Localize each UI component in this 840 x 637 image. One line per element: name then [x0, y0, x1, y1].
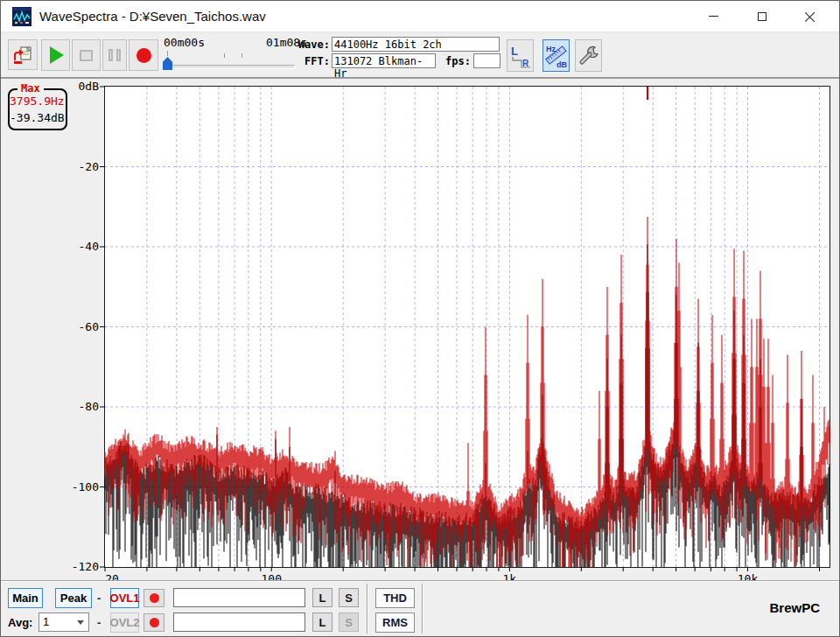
fft-label: FFT:	[297, 55, 330, 67]
record-icon	[136, 48, 151, 63]
close-button[interactable]	[786, 1, 834, 32]
max-level-value: -39.34dB	[10, 111, 62, 124]
fps-label: fps:	[441, 55, 471, 67]
fft-info-field: 131072 Blkman-Hr	[332, 53, 436, 68]
main-toggle-button[interactable]: Main	[8, 588, 43, 608]
y-axis-label: -20	[4, 160, 99, 173]
brand-label: BrewPC	[769, 600, 820, 615]
y-axis-label: 0dB	[4, 80, 99, 93]
app-icon	[12, 7, 32, 26]
rms-button[interactable]: RMS	[375, 612, 415, 633]
avg-label: Avg:	[8, 616, 32, 629]
maximize-icon	[758, 12, 766, 21]
pause-button[interactable]	[102, 39, 127, 71]
spectrum-panel: Max 3795.9Hz -39.34dB 0dB-20-40-60-80-10…	[1, 78, 839, 580]
pause-icon	[108, 49, 121, 61]
ovl1-record-button[interactable]	[144, 589, 164, 607]
close-icon	[805, 11, 816, 22]
thd-button[interactable]: THD	[375, 588, 415, 608]
avg-select[interactable]: 1	[38, 612, 89, 632]
fps-field[interactable]	[473, 53, 500, 68]
wave-info-field: 44100Hz 16bit 2ch	[332, 37, 500, 52]
y-axis-label: -60	[4, 320, 99, 333]
stop-button[interactable]	[72, 39, 101, 71]
avg-value: 1	[43, 615, 49, 628]
svg-text:L: L	[511, 45, 518, 58]
wrench-icon	[578, 44, 600, 68]
ovl1-load-button[interactable]: L	[312, 588, 332, 607]
svg-text:dB: dB	[556, 60, 567, 69]
open-file-button[interactable]	[8, 39, 38, 70]
ovl1-save-button[interactable]: S	[339, 588, 359, 607]
slider-tick	[242, 53, 242, 58]
ovl2-record-button[interactable]	[144, 613, 164, 632]
minimize-button[interactable]	[690, 1, 738, 32]
record-button[interactable]	[129, 39, 158, 71]
y-axis-label: -120	[4, 560, 99, 573]
y-axis-label: -40	[4, 240, 99, 253]
svg-text:R: R	[522, 59, 529, 68]
stop-icon	[80, 50, 93, 61]
ovl2-load-button[interactable]: L	[312, 612, 332, 632]
panel-divider	[422, 584, 424, 634]
dash-separator: -	[97, 616, 101, 629]
spectrum-canvas	[105, 87, 830, 567]
ovl2-record-icon	[150, 618, 159, 627]
position-slider-track[interactable]	[164, 65, 295, 69]
hz-db-scale-icon: Hz dB	[545, 43, 568, 69]
lr-channel-icon: L R	[509, 43, 532, 69]
toolbar: 00m00s 01m08s Wave: 44100Hz 16bit 2ch FF…	[1, 32, 839, 78]
ovl2-save-button[interactable]: S	[339, 612, 359, 632]
y-axis-label: -100	[4, 480, 99, 494]
slider-tick	[224, 53, 225, 58]
app-window: WaveSpectra - D:¥Seven_Taichos.wav 00m00…	[0, 0, 840, 637]
ovl1-comment-field[interactable]	[173, 588, 305, 607]
bottom-panel: Main Peak - OVL1 L S Avg: 1 - OVL2 L S T…	[1, 580, 839, 636]
spectrum-plot	[104, 86, 830, 568]
dash-separator: -	[97, 592, 101, 605]
ovl2-comment-field[interactable]	[173, 612, 305, 632]
slider-tick	[167, 51, 168, 56]
settings-button[interactable]	[575, 39, 602, 72]
title-bar: WaveSpectra - D:¥Seven_Taichos.wav	[1, 1, 839, 32]
ovl1-toggle-button[interactable]: OVL1	[110, 588, 139, 608]
time-position-label: 00m00s	[164, 36, 205, 49]
chevron-down-icon	[77, 620, 84, 625]
y-axis-label: -80	[4, 400, 99, 413]
ovl2-toggle-button[interactable]: OVL2	[110, 612, 139, 633]
panel-divider	[367, 584, 368, 634]
play-button[interactable]	[41, 39, 70, 71]
minimize-icon	[709, 16, 718, 17]
open-file-icon	[12, 45, 33, 66]
window-title: WaveSpectra - D:¥Seven_Taichos.wav	[39, 9, 266, 24]
ovl1-record-icon	[150, 593, 159, 603]
maximize-button[interactable]	[738, 1, 786, 32]
max-indicator: Max 3795.9Hz -39.34dB	[8, 88, 67, 130]
max-frequency-value: 3795.9Hz	[10, 94, 62, 108]
lr-channel-button[interactable]: L R	[507, 39, 534, 72]
wave-label: Wave:	[297, 38, 330, 51]
peak-toggle-button[interactable]: Peak	[55, 588, 92, 608]
hz-db-scale-button[interactable]: Hz dB	[542, 39, 570, 72]
position-slider-thumb[interactable]	[163, 57, 172, 70]
play-icon	[50, 46, 64, 64]
